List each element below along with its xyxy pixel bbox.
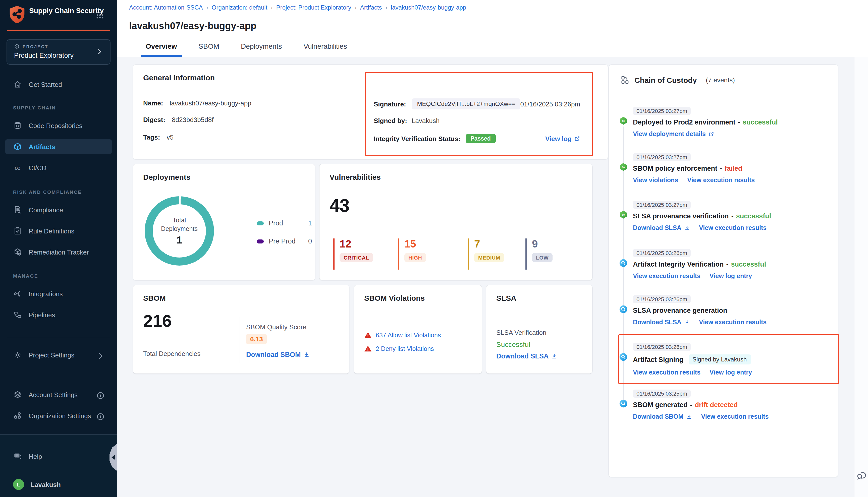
sidebar-item-project-settings[interactable]: Project Settings — [5, 347, 112, 363]
user-menu[interactable]: L Lavakush — [5, 477, 112, 492]
pipelines-icon — [13, 310, 22, 319]
sidebar-section-risk-compliance: RISK AND COMPLIANCE — [13, 189, 82, 195]
event-status: successful — [736, 212, 771, 220]
app-grid-icon[interactable] — [96, 11, 104, 19]
breadcrumb-organization[interactable]: Organization: default — [212, 4, 267, 11]
event-timestamp: 01/16/2025 03:27pm — [633, 107, 691, 115]
card-title: SLSA — [496, 294, 516, 302]
download-icon — [684, 319, 690, 325]
sidebar-item-cicd[interactable]: ∞ CI/CD — [5, 160, 112, 175]
view-execution-results-link[interactable]: View execution results — [633, 369, 700, 376]
sidebar-item-integrations[interactable]: Integrations — [5, 286, 112, 301]
sbom-card: SBOM 216 Total Dependencies SBOM Quality… — [133, 285, 349, 373]
chain-of-custody-icon — [620, 75, 629, 84]
view-log-entry-link[interactable]: View log entry — [710, 369, 752, 376]
chain-of-custody-panel: Chain of Custody (7 events) ∞ ∞ ∞ 01/16/… — [609, 65, 838, 477]
breadcrumb-separator: › — [207, 4, 208, 11]
event-title: SLSA provenance generation — [633, 307, 727, 314]
breadcrumb-separator: › — [271, 4, 272, 11]
project-selector[interactable]: PROJECT Product Exploratory — [6, 39, 111, 65]
event-title: Deployed to Prod2 environment — [633, 118, 736, 126]
vertical-divider — [240, 317, 240, 364]
legend-item-prod: Prod 1 — [257, 219, 312, 227]
event-timestamp: 01/16/2025 03:25pm — [633, 389, 691, 398]
breadcrumb-project[interactable]: Project: Product Exploratory — [276, 4, 351, 11]
view-log-link[interactable]: View log — [545, 135, 580, 142]
sidebar-item-remediation-tracker[interactable]: Remediation Tracker — [5, 244, 112, 259]
download-sbom-link[interactable]: Download SBOM — [633, 413, 692, 420]
tab-bar: Overview SBOM Deployments Vulnerabilitie… — [141, 37, 352, 57]
view-execution-results-link[interactable]: View execution results — [701, 413, 769, 420]
status-badge-passed: Passed — [465, 134, 496, 143]
sidebar-divider — [7, 337, 110, 337]
donut-center-total: 1 — [177, 234, 182, 246]
breadcrumb-current[interactable]: lavakush07/easy-buggy-app — [391, 4, 466, 11]
event-title: SBOM policy enforcement — [633, 165, 717, 172]
event-timestamp: 01/16/2025 03:27pm — [633, 201, 691, 209]
allow-list-violations-row: 637 Allow list Violations — [364, 331, 441, 339]
breadcrumb-artifacts[interactable]: Artifacts — [360, 4, 382, 11]
tab-deployments[interactable]: Deployments — [236, 37, 287, 57]
view-execution-results-link[interactable]: View execution results — [687, 177, 755, 184]
legend-label: Pre Prod — [269, 238, 296, 245]
external-link-icon — [708, 131, 714, 137]
tab-overview[interactable]: Overview — [141, 37, 182, 57]
sidebar-item-rule-definitions[interactable]: Rule Definitions — [5, 223, 112, 239]
severity-count: 12 — [339, 239, 373, 250]
vulnerabilities-total: 43 — [330, 195, 350, 216]
sidebar-item-label: Pipelines — [29, 311, 55, 318]
box-remediation-icon — [13, 247, 22, 257]
sidebar-item-artifacts[interactable]: Artifacts — [5, 139, 112, 154]
sidebar-item-pipelines[interactable]: Pipelines — [5, 307, 112, 322]
home-icon — [13, 80, 22, 89]
info-circle-icon[interactable] — [96, 391, 105, 400]
download-icon — [686, 414, 692, 420]
download-sbom-link[interactable]: Download SBOM — [246, 351, 310, 358]
event-status: successful — [743, 118, 778, 126]
view-deployment-details-link[interactable]: View deployment details — [633, 130, 714, 138]
page-title: lavakush07/easy-buggy-app — [129, 20, 256, 31]
sidebar-section-supply-chain: SUPPLY CHAIN — [13, 105, 56, 111]
view-execution-results-link[interactable]: View execution results — [699, 319, 767, 326]
help-chat-icon: ? — [13, 452, 22, 461]
download-slsa-link[interactable]: Download SLSA — [633, 319, 690, 326]
info-circle-icon[interactable] — [96, 412, 105, 421]
general-information-card: General Information Name: lavakush07/eas… — [133, 65, 608, 159]
view-log-entry-link[interactable]: View log entry — [710, 273, 752, 280]
sidebar-item-label: Organization Settings — [29, 412, 91, 420]
allow-list-violations-link[interactable]: 637 Allow list Violations — [376, 331, 441, 339]
sidebar-item-label: CI/CD — [29, 164, 46, 171]
event-status: failed — [725, 165, 742, 172]
event-title: SLSA provenance verification — [633, 212, 729, 220]
view-violations-link[interactable]: View violations — [633, 177, 678, 184]
chat-bubbles-icon[interactable] — [856, 470, 867, 481]
tab-vulnerabilities[interactable]: Vulnerabilities — [298, 37, 352, 57]
card-title: Vulnerabilities — [330, 173, 381, 181]
sidebar-item-get-started[interactable]: Get Started — [5, 77, 112, 92]
sidebar-item-code-repositories[interactable]: Code Repositories — [5, 118, 112, 133]
card-title: SBOM — [143, 294, 166, 302]
download-slsa-link[interactable]: Download SLSA — [496, 352, 558, 360]
sidebar-item-help[interactable]: ? Help — [5, 449, 112, 464]
sidebar-item-organization-settings[interactable]: Organization Settings — [5, 408, 112, 423]
sidebar-item-label: Remediation Tracker — [29, 248, 89, 256]
tab-sbom[interactable]: SBOM — [194, 37, 224, 57]
field-name: Name: lavakush07/easy-buggy-app — [143, 99, 251, 107]
page-header: Account: Automation-SSCA› Organization: … — [117, 0, 868, 57]
project-label: PROJECT — [23, 44, 48, 49]
signature-row: Signature: MEQCICde2VjIT...bL+2+mqnOXw==… — [374, 98, 580, 110]
timeline-event: 01/16/2025 03:27pm Deployed to Prod2 env… — [633, 106, 830, 138]
timeline-event: 01/16/2025 03:27pm SLSA provenance verif… — [633, 200, 830, 231]
deny-list-violations-row: 2 Deny list Violations — [364, 345, 434, 352]
sbom-total-label: Total Dependencies — [143, 350, 200, 357]
timeline-event: 01/16/2025 03:25pm SBOM generated-drift … — [633, 388, 830, 420]
sidebar-item-account-settings[interactable]: Account Settings — [5, 387, 112, 402]
view-execution-results-link[interactable]: View execution results — [699, 224, 767, 231]
breadcrumb-account[interactable]: Account: Automation-SSCA — [129, 4, 203, 11]
sidebar-item-label: Project Settings — [29, 351, 74, 359]
donut-center-label: Total — [173, 216, 186, 225]
download-slsa-link[interactable]: Download SLSA — [633, 224, 690, 231]
view-execution-results-link[interactable]: View execution results — [633, 273, 700, 280]
deny-list-violations-link[interactable]: 2 Deny list Violations — [376, 345, 434, 352]
sidebar-item-compliance[interactable]: Compliance — [5, 202, 112, 217]
